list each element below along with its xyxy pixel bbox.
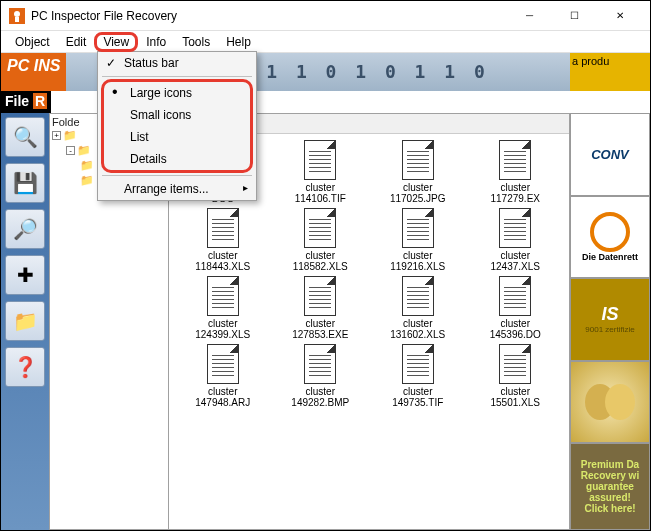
file-item[interactable]: cluster124399.XLS	[175, 276, 271, 340]
ad-gold[interactable]	[570, 361, 650, 444]
svg-point-1	[14, 11, 20, 17]
file-icon	[304, 140, 336, 180]
file-name: cluster	[306, 182, 335, 193]
file-ext: 117025.JPG	[390, 193, 446, 204]
file-item[interactable]: cluster149735.TIF	[370, 344, 466, 408]
file-icon	[499, 208, 531, 248]
dd-separator	[102, 175, 252, 176]
file-ext: 147948.ARJ	[195, 397, 250, 408]
recover-icon[interactable]: ✚	[5, 255, 45, 295]
search-icon[interactable]: 🔍	[5, 117, 45, 157]
file-item[interactable]: cluster118443.XLS	[175, 208, 271, 272]
file-name: cluster	[501, 250, 530, 261]
file-ext: 145396.DO	[490, 329, 541, 340]
file-name: cluster	[208, 318, 237, 329]
dd-separator	[102, 76, 252, 77]
dd-list[interactable]: List	[104, 126, 250, 148]
file-icon	[207, 276, 239, 316]
file-ext: 127853.EXE	[292, 329, 348, 340]
menu-info[interactable]: Info	[138, 33, 174, 51]
titlebar: PC Inspector File Recovery ─ ☐ ✕	[1, 1, 650, 31]
file-item[interactable]: cluster12437.XLS	[468, 208, 564, 272]
minimize-button[interactable]: ─	[507, 2, 552, 30]
folder-icon[interactable]: 📁	[5, 301, 45, 341]
ad-convar[interactable]: CONV	[570, 113, 650, 196]
save-icon[interactable]: 💾	[5, 163, 45, 203]
file-item[interactable]: cluster145396.DO	[468, 276, 564, 340]
file-ext: 119216.XLS	[390, 261, 445, 272]
help-icon[interactable]: ❓	[5, 347, 45, 387]
sub-r: R	[33, 93, 47, 109]
dd-large-icons[interactable]: Large icons	[104, 82, 250, 104]
file-name: cluster	[403, 250, 432, 261]
file-ext: 149735.TIF	[392, 397, 443, 408]
file-ext: 15501.XLS	[491, 397, 541, 408]
file-ext: 118443.XLS	[195, 261, 250, 272]
file-ext: 118582.XLS	[293, 261, 348, 272]
menu-view[interactable]: View	[94, 32, 138, 52]
brand-pc: PC	[7, 55, 29, 77]
file-name: cluster	[306, 250, 335, 261]
file-ext: 149282.BMP	[291, 397, 349, 408]
file-name: cluster	[501, 318, 530, 329]
file-item[interactable]: cluster127853.EXE	[273, 276, 369, 340]
menubar: ObjectEditViewInfoToolsHelp	[1, 31, 650, 53]
file-icon	[304, 276, 336, 316]
file-icon	[402, 344, 434, 384]
menu-tools[interactable]: Tools	[174, 33, 218, 51]
vertical-toolbar: 🔍💾🔎✚📁❓	[1, 113, 49, 530]
file-item[interactable]: cluster15501.XLS	[468, 344, 564, 408]
file-item[interactable]: cluster131602.XLS	[370, 276, 466, 340]
file-ext: 114106.TIF	[295, 193, 346, 204]
brand-insp: INS	[34, 55, 61, 77]
file-icon	[499, 276, 531, 316]
file-icon	[499, 344, 531, 384]
file-name: cluster	[403, 182, 432, 193]
file-item[interactable]: cluster114106.TIF	[273, 140, 369, 204]
svg-point-5	[605, 384, 635, 420]
dd-arrange-items[interactable]: Arrange items...	[98, 178, 256, 200]
dd-status-bar[interactable]: Status bar	[98, 52, 256, 74]
dd-small-icons[interactable]: Small icons	[104, 104, 250, 126]
file-icon	[207, 208, 239, 248]
file-ext: 12437.XLS	[491, 261, 541, 272]
file-name: cluster	[501, 386, 530, 397]
file-item[interactable]: cluster118582.XLS	[273, 208, 369, 272]
file-icon	[402, 140, 434, 180]
menu-help[interactable]: Help	[218, 33, 259, 51]
maximize-button[interactable]: ☐	[552, 2, 597, 30]
ad-iso[interactable]: IS9001 zertifizie	[570, 278, 650, 361]
file-ext: 131602.XLS	[390, 329, 445, 340]
view-dropdown: Status bar Large icons Small icons List …	[97, 51, 257, 201]
file-icon	[207, 344, 239, 384]
file-icon	[304, 208, 336, 248]
file-item[interactable]: cluster117279.EX	[468, 140, 564, 204]
dd-details[interactable]: Details	[104, 148, 250, 170]
file-name: cluster	[208, 250, 237, 261]
banner-tag: a produ	[570, 53, 650, 91]
file-name: cluster	[306, 386, 335, 397]
ad-premium[interactable]: Premium Da Recovery wi guarantee assured…	[570, 443, 650, 530]
file-name: cluster	[403, 318, 432, 329]
dd-viewmode-highlight: Large icons Small icons List Details	[101, 79, 253, 173]
file-icon	[304, 344, 336, 384]
file-item[interactable]: cluster119216.XLS	[370, 208, 466, 272]
file-ext: 117279.EX	[491, 193, 541, 204]
svg-point-3	[592, 214, 628, 250]
ad-datenrett[interactable]: Die Datenrett	[570, 196, 650, 279]
file-item[interactable]: cluster147948.ARJ	[175, 344, 271, 408]
file-item[interactable]: cluster149282.BMP	[273, 344, 369, 408]
close-button[interactable]: ✕	[597, 2, 642, 30]
menu-edit[interactable]: Edit	[58, 33, 95, 51]
menu-object[interactable]: Object	[7, 33, 58, 51]
app-icon	[9, 8, 25, 24]
file-item[interactable]: cluster117025.JPG	[370, 140, 466, 204]
search-deep-icon[interactable]: 🔎	[5, 209, 45, 249]
file-name: cluster	[501, 182, 530, 193]
file-name: cluster	[208, 386, 237, 397]
file-icon	[402, 276, 434, 316]
app-window: PC Inspector File Recovery ─ ☐ ✕ ObjectE…	[0, 0, 651, 531]
window-title: PC Inspector File Recovery	[31, 9, 507, 23]
file-name: cluster	[306, 318, 335, 329]
file-icon	[402, 208, 434, 248]
